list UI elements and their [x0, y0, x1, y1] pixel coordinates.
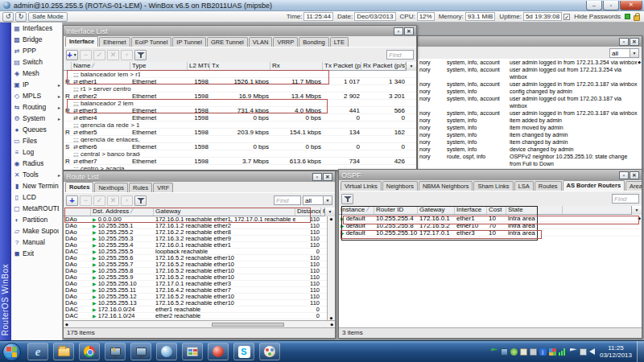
sidebar-item[interactable]: ⇆ Routing ▸ [11, 101, 62, 113]
horizontal-scrollbar[interactable]: ◆◆ [64, 320, 335, 327]
ospf-tab[interactable]: Virtual Links [341, 181, 382, 191]
flags-column-header[interactable] [64, 62, 72, 70]
dst-address-column-header[interactable]: Dst. Address∕ [91, 208, 154, 216]
log-row[interactable]: nory system, info, account user admin lo… [418, 109, 642, 117]
safe-mode-button[interactable]: Safe Mode [28, 12, 68, 22]
scroll-up-icon[interactable]: ◆ [330, 216, 333, 221]
router-id-column-header[interactable]: Router ID [374, 206, 418, 214]
route-row[interactable]: DAo ▶0.0.0.0/0 172.16.0.1 reachable ethe… [64, 216, 327, 223]
route-row[interactable]: DAo ▶10.255.255.3 172.16.3.2 reachable e… [64, 236, 327, 242]
route-row[interactable]: DAo ▶10.255.255.8 172.16.5.2 reachable e… [64, 268, 327, 274]
column-selector-icon[interactable]: ▼ [324, 208, 335, 216]
cost-column-header[interactable]: Cost [487, 206, 506, 214]
ospf-titlebar[interactable]: OSPF ▫ ✕ [339, 170, 642, 180]
scrollbar-thumb[interactable] [212, 323, 284, 327]
tray-image-icon[interactable] [501, 348, 508, 356]
ospf-find-input[interactable] [612, 194, 639, 204]
skype-icon[interactable]: S [233, 343, 254, 360]
name-column-header[interactable]: Name∕ [72, 62, 130, 70]
sidebar-item[interactable]: ▣ IP ▸ [11, 79, 62, 90]
column-selector-icon[interactable]: ▼ [406, 62, 416, 71]
log-row[interactable]: nory system, info, account user admin lo… [418, 59, 642, 66]
interface-tab[interactable]: EoIP Tunnel [131, 37, 172, 47]
remote-connection-icon[interactable]: ϟ [105, 343, 126, 360]
interface-row[interactable]: ;;; gerencia de enlaces, vpns [64, 136, 416, 143]
route-row[interactable]: DAo ▶10.255.255.6 172.16.5.2 reachable e… [64, 255, 327, 261]
sidebar-item[interactable]: ▮ New Terminal [11, 180, 62, 191]
interface-close-button[interactable]: ✕ [404, 27, 414, 35]
interface-row[interactable]: R ⇄ether3 Ethernet 1598 731.4 kbps 4.0 M… [64, 107, 416, 114]
log-row[interactable]: nory system, info device changed by admi… [418, 146, 642, 153]
file-explorer-icon[interactable] [53, 343, 74, 360]
route-row[interactable]: DAo ▶10.255.255.2 172.16.2.2 reachable e… [64, 229, 327, 236]
ospf-tab[interactable]: AS Border Routers [563, 180, 625, 191]
log-row[interactable]: nory system, info config changed by admi… [418, 88, 642, 95]
log-row[interactable]: nory system, info, account user admin lo… [418, 95, 642, 109]
sidebar-item[interactable]: ◼ Exit [11, 248, 62, 259]
tray-app-icon[interactable] [549, 348, 556, 356]
ospf-row[interactable]: ▶default 10.255.255.4 172.16.0.1 ether1 … [339, 215, 642, 222]
sidebar-item[interactable]: ◉ Radius [11, 158, 62, 169]
tray-signal-bars-icon[interactable] [559, 348, 568, 356]
close-button[interactable]: ✕ [620, 1, 642, 10]
type-column-header[interactable]: Type [130, 62, 188, 70]
interface-maximize-button[interactable]: ▫ [394, 27, 403, 35]
interface-row[interactable]: ;;; r1 > server centro [64, 85, 416, 93]
route-tab[interactable]: Rules [129, 183, 152, 192]
scroll-left-icon[interactable]: ◆ [65, 322, 68, 327]
interface-row[interactable]: S ⇄ether6 Ethernet 1598 0 bps 0 bps 0 0 [64, 143, 416, 150]
ospf-row[interactable]: ▶default 10.255.255.8 172.16.5.2 ether10… [339, 222, 642, 229]
ospf-tab[interactable]: Sham Links [473, 181, 513, 191]
ospf-tab[interactable]: Routes [535, 181, 562, 191]
sidebar-item[interactable]: ▦ Interfaces [11, 23, 62, 34]
log-row[interactable]: nory system, info item moved by admin [418, 124, 642, 131]
sidebar-item[interactable]: ▯ LCD [11, 191, 62, 203]
log-filter-dropdown[interactable]: all ▼ [609, 48, 639, 58]
log-row[interactable]: nory system, info item changed by admin [418, 138, 642, 146]
add-button[interactable]: +▼ [66, 50, 78, 60]
route-tab[interactable]: Nexthops [94, 183, 128, 192]
log-row[interactable]: nory system, info, account user admin lo… [418, 80, 642, 88]
tray-shield-icon[interactable] [510, 348, 518, 356]
interface-row[interactable]: R ⇄ether1 Ethernet 1598 1526.1 kbps 11.7… [64, 78, 416, 85]
interface-tab[interactable]: VLAN [249, 37, 273, 47]
log-window-titlebar[interactable]: ▫ ✕ [418, 36, 642, 47]
tray-usb-icon[interactable] [530, 348, 537, 356]
instance-column-header[interactable]: Instance∕ [339, 206, 374, 214]
route-filter-dropdown[interactable]: all ▼ [303, 195, 332, 205]
filter-button[interactable] [134, 50, 147, 60]
sidebar-item[interactable]: ▢ MetaROUTER [11, 203, 62, 214]
route-row[interactable]: DAC ▶10.255.255.5 loopback reachable 0 [64, 249, 327, 255]
remove-button[interactable]: − [80, 50, 92, 60]
state-column-header[interactable]: State [506, 206, 563, 214]
sidebar-item[interactable]: ▤ Switch [11, 56, 62, 68]
gateway-column-header[interactable]: Gateway [418, 206, 455, 214]
column-selector-icon[interactable]: ▼ [631, 206, 642, 215]
route-row[interactable]: DAo ▶10.255.255.11 172.16.4.2 reachable … [64, 287, 327, 294]
redo-button[interactable]: ↻ [15, 12, 27, 22]
interface-tab[interactable]: Bonding [299, 37, 329, 47]
flags-column-header[interactable] [64, 208, 91, 216]
interface-row[interactable]: ;;; balanceador lem > r1 [64, 71, 416, 78]
tray-network-icon[interactable] [580, 348, 587, 356]
log-row[interactable]: nory system, info, account user admin lo… [418, 66, 642, 80]
interface-row[interactable]: R ⇄ether5 Ethernet 1598 203.9 kbps 154.1… [64, 129, 416, 136]
route-row[interactable]: DAo ▶10.255.255.1 172.16.1.2 reachable e… [64, 223, 327, 229]
rx-column-header[interactable]: Rx [270, 62, 323, 70]
ospf-maximize-button[interactable]: ▫ [619, 171, 629, 179]
filter-button[interactable] [341, 194, 353, 204]
route-row[interactable]: DAC ▶172.16.1.0/24 ether2 reachable 0 [64, 313, 327, 319]
sidebar-item[interactable]: ✕ Tools ▸ [11, 169, 62, 180]
ospf-close-button[interactable]: ✕ [630, 171, 639, 179]
interface-row[interactable]: ;;; central > banco bradesco [64, 150, 416, 158]
remove-button[interactable]: − [80, 195, 92, 206]
route-row[interactable]: DAo ▶10.255.255.9 172.16.5.2 reachable e… [64, 274, 327, 281]
enable-button[interactable]: ✓ [93, 50, 105, 60]
show-desktop-button[interactable] [637, 341, 644, 362]
tray-flag2-icon[interactable] [570, 348, 577, 356]
tx-column-header[interactable]: Tx [210, 62, 270, 70]
interface-row[interactable]: ;;; balanceador 2 lem [64, 100, 416, 107]
route-close-button[interactable]: ✕ [323, 173, 332, 181]
tx-packet-column-header[interactable]: Tx Packet (p/s) [323, 62, 361, 70]
sidebar-item[interactable]: ⚙ System ▸ [11, 113, 62, 124]
